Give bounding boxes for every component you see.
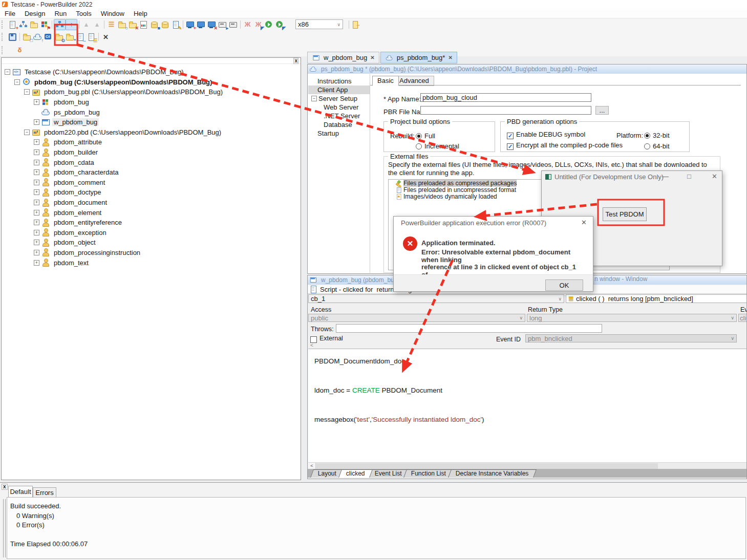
- event-prototype-dropdown[interactable]: ≣ clicked ( ) returns long [pbm_bnclicke…: [566, 294, 747, 303]
- tab-basic[interactable]: Basic: [372, 76, 399, 86]
- platform-32bit-radio[interactable]: 32-bit: [644, 132, 670, 139]
- folder-schedule-icon[interactable]: ⊙: [54, 32, 65, 42]
- project-nav-database[interactable]: Database: [308, 120, 370, 129]
- debug-select-icon[interactable]: Ж◤: [253, 19, 264, 30]
- menu-design[interactable]: Design: [20, 10, 50, 17]
- enable-debug-checkbox[interactable]: ✓Enable DEBUG symbol: [507, 131, 585, 139]
- new-monitor-icon[interactable]: +: [185, 19, 196, 30]
- tree-item-pbdom_bug[interactable]: +pbdom_bug: [2, 97, 301, 107]
- horizontal-scrollbar[interactable]: <: [308, 462, 747, 469]
- tree-item-pbdom220.pbd[interactable]: −pbdom220.pbd (C:\Users\appeon\Downloads…: [2, 127, 301, 138]
- close-icon[interactable]: ✕: [370, 55, 374, 60]
- tree-item-pbdom_characterdata[interactable]: +pbdom_characterdata: [2, 167, 301, 178]
- archive-icon[interactable]: [228, 19, 239, 30]
- toolbar-grip[interactable]: [2, 20, 5, 29]
- collapse-icon[interactable]: −: [311, 96, 317, 101]
- expand-icon[interactable]: +: [34, 230, 39, 235]
- tree-item-pbdom_text[interactable]: +pbdom_text: [2, 257, 301, 268]
- expand-icon[interactable]: +: [34, 210, 39, 216]
- editor-tab-event-list[interactable]: Event List: [367, 469, 410, 478]
- expand-icon[interactable]: +: [34, 189, 39, 195]
- expand-icon[interactable]: +: [34, 260, 39, 266]
- script-code-editor[interactable]: PBDOM_Documentldom_doc ldom_doc = CREATE…: [308, 349, 747, 462]
- event-id-dropdown[interactable]: pbm_bnclicked∨: [525, 334, 737, 342]
- expand-icon[interactable]: +: [34, 160, 39, 165]
- tree-item-pbdom_object[interactable]: +pbdom_object: [2, 238, 301, 248]
- debug-icon[interactable]: Ж: [242, 19, 253, 30]
- tree-item-pbdom_attribute[interactable]: +pbdom_attribute: [2, 137, 301, 147]
- project-nav-client-app[interactable]: Client App: [308, 85, 370, 94]
- toolbar-grip[interactable]: [2, 46, 5, 54]
- tree-item-pbdom_comment[interactable]: +pbdom_comment: [2, 178, 301, 188]
- monitor-icon[interactable]: [196, 19, 206, 30]
- project-nav-server-setup[interactable]: −Server Setup: [308, 94, 370, 103]
- ok-button[interactable]: OK: [545, 279, 583, 291]
- report-icon[interactable]: [138, 19, 149, 30]
- rebuild-incremental-radio[interactable]: Incremental: [416, 142, 459, 150]
- tree-item-pbdom_cdata[interactable]: +pbdom_cdata: [2, 157, 301, 167]
- open-icon[interactable]: [29, 19, 39, 30]
- project-nav--net-server[interactable]: .NET Server: [308, 112, 370, 120]
- expand-icon[interactable]: +: [34, 99, 39, 105]
- menu-run[interactable]: Run: [50, 10, 71, 17]
- tree-item-pbdom_bug[interactable]: −pbdom_bug (C:\Users\appeon\Downloads\PB…: [2, 77, 301, 88]
- test-pbdom-button[interactable]: Test PBDOM: [603, 207, 647, 221]
- close-icon[interactable]: ✕: [448, 55, 452, 60]
- menu-tools[interactable]: Tools: [71, 10, 96, 17]
- project-nav-instructions[interactable]: Instructions: [308, 77, 370, 85]
- document-tab-ps_pbdom_bug[interactable]: ps_pbdom_bug*✕: [380, 52, 457, 63]
- collapse-icon[interactable]: −: [24, 130, 30, 135]
- expand-icon[interactable]: +: [34, 180, 39, 185]
- list-view-icon[interactable]: ☰: [106, 19, 117, 30]
- minimize-icon[interactable]: —: [662, 173, 669, 180]
- expand-icon[interactable]: +: [34, 139, 39, 145]
- project-nav-startup[interactable]: Startup: [308, 129, 370, 138]
- exit-icon[interactable]: [351, 19, 361, 30]
- menu-file[interactable]: File: [0, 10, 20, 17]
- run-select-icon[interactable]: ◤: [274, 19, 285, 30]
- browse-button[interactable]: ...: [595, 106, 609, 115]
- folder-window-icon[interactable]: □: [22, 32, 32, 42]
- close-icon[interactable]: ✕: [581, 219, 587, 226]
- tree-item-pbdom_builder[interactable]: +pbdom_builder: [2, 147, 301, 158]
- tree-item-Testcase[interactable]: −Testcase (C:\Users\appeon\Downloads\PBD…: [2, 67, 301, 77]
- monitor-stop-icon[interactable]: ✕: [206, 19, 217, 30]
- pbr-file-input[interactable]: [420, 106, 591, 115]
- expand-icon[interactable]: +: [34, 220, 39, 225]
- rebuild-full-radio[interactable]: Full: [416, 132, 435, 140]
- tree-item-pbdom_element[interactable]: +pbdom_element: [2, 207, 301, 218]
- tree-item-ps_pbdom_bug[interactable]: +ps_pbdom_bug: [2, 107, 301, 117]
- collapse-icon[interactable]: −: [24, 89, 30, 95]
- cloud-deploy-icon[interactable]: ↑: [32, 32, 43, 42]
- expand-icon[interactable]: +: [34, 169, 39, 175]
- build-deploy-icon[interactable]: ↑: [66, 19, 77, 30]
- tree-item-pbdom_document[interactable]: +pbdom_document: [2, 198, 301, 208]
- editor-tab-declare-instance-variables[interactable]: Declare Instance Variables: [449, 469, 537, 478]
- close-icon[interactable]: x: [2, 484, 8, 490]
- new-object-icon[interactable]: +: [7, 19, 18, 30]
- encrypt-checkbox[interactable]: ✓Encrypt all the compiled p-code files: [507, 141, 623, 150]
- tab-errors[interactable]: Errors: [33, 487, 56, 498]
- edit-source-icon[interactable]: ✎: [170, 19, 181, 30]
- expand-icon[interactable]: +: [34, 149, 39, 155]
- document-tab-w_pbdom_bug[interactable]: w_pbdom_bug✕: [307, 52, 379, 63]
- run-workspace-icon[interactable]: ⚑: [39, 19, 50, 30]
- database-icon[interactable]: [160, 19, 170, 30]
- collapse-arrow[interactable]: <: [310, 342, 313, 348]
- next-object-icon[interactable]: ▲: [81, 19, 92, 30]
- deploy-project-icon[interactable]: [54, 19, 66, 30]
- collapse-icon[interactable]: −: [14, 79, 20, 85]
- maximize-icon[interactable]: □: [687, 173, 691, 180]
- return-type-dropdown[interactable]: long∨: [527, 314, 737, 322]
- tree-item-w_pbdom_bug[interactable]: +w_pbdom_bug: [2, 117, 301, 127]
- expand-icon[interactable]: +: [34, 240, 39, 245]
- event-dropdown-cut[interactable]: clic: [738, 314, 747, 322]
- menu-window[interactable]: Window: [96, 10, 129, 17]
- save-icon[interactable]: [7, 32, 18, 42]
- tab-advanced[interactable]: Advanced: [394, 76, 434, 86]
- powerserver-icon[interactable]: δ: [14, 45, 25, 55]
- notes-icon[interactable]: ☰: [86, 32, 97, 42]
- tree-item-pbdom_doctype[interactable]: +pbdom_doctype: [2, 187, 301, 198]
- target-architecture-select[interactable]: x86∨: [295, 19, 343, 29]
- tree-item-pbdom_processinginstruction[interactable]: +pbdom_processinginstruction: [2, 248, 301, 258]
